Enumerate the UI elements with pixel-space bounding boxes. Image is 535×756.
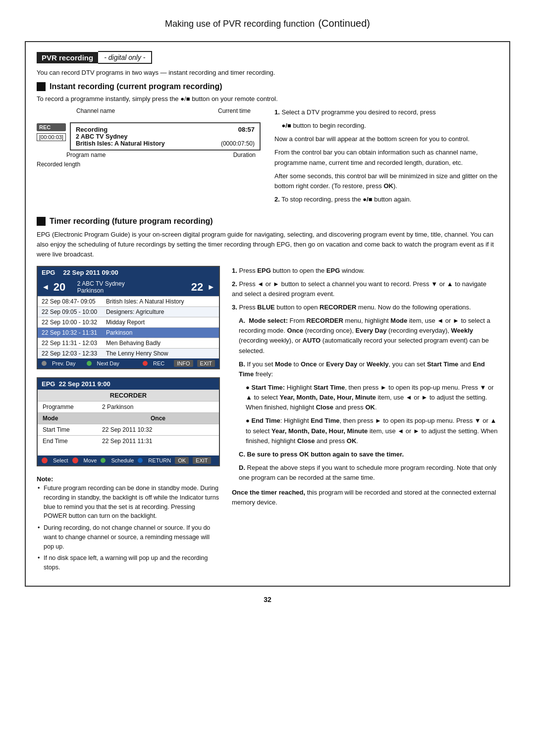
rec-dot [143,361,148,366]
recording-label: Recording [76,126,107,133]
recorder-header: EPG 22 Sep 2011 9:00 [38,378,219,390]
recorder-date: 22 Sep 2011 9:00 [59,380,110,388]
record-btn-symbol: ●/■ [281,122,291,129]
epg-next-arrow[interactable]: ► [207,283,215,292]
instant-recording-label: Instant recording (current program recor… [50,82,222,91]
epg-table: EPG 22 Sep 2011 09:00 ◄ 20 2 ABC TV Sydn… [37,266,220,369]
timer-step-3: 3. Press BLUE button to open RECORDER me… [232,302,498,312]
schedule-dot [101,458,106,463]
timer-description: EPG (Electronic Program Guide) is your o… [37,230,498,259]
recorder-row-programme[interactable]: Programme 2 Parkinson [38,401,219,412]
timer-step-2: 2. Press ◄ or ► button to select a chann… [232,279,498,299]
epg-channel-row: ◄ 20 2 ABC TV Sydney Parkinson 22 ► [38,278,219,296]
pvr-subtitle: - digital only - [98,51,152,64]
prev-day-label[interactable]: Prev. Day [52,360,75,366]
epg-footer: Prev. Day Next Day REC INFO EXIT [38,358,219,368]
epg-time-1: 22 Sep 08:47- 09:05 [42,298,106,305]
epg-prog-6: The Lenny Henry Show [106,350,215,357]
epg-row-1[interactable]: 22 Sep 08:47- 09:05 British Isles: A Nat… [38,296,219,306]
timer-recording-title: Timer recording (future program recordin… [37,217,498,226]
next-day-label[interactable]: Next Day [97,360,119,366]
note-title: Note: [37,474,220,484]
instant-right-col: 1. Select a DTV programme you desired to… [274,107,498,208]
rec-box-row: REC [00:00:03] Recording 08:57 2 ABC TV … [37,122,261,151]
diagram-area: Channel name Current time REC [00:00:03]… [37,107,261,184]
timer-recording-label: Timer recording (future program recordin… [50,217,213,226]
instant-recording-title: Instant recording (current program recor… [37,82,498,91]
timer-bullet-start: ● Start Time: Highlight Start Time, then… [246,383,498,412]
move-dot [72,457,78,463]
page: Making use of PVR recording function (Co… [0,0,535,756]
label-current-time: Current time [218,107,251,114]
footer-schedule: Schedule [111,457,134,463]
exit-button-rec[interactable]: EXIT [193,457,211,464]
select-dot [42,457,48,463]
epg-time-6: 22 Sep 12:03 - 12:33 [42,350,106,357]
epg-row-3[interactable]: 22 Sep 10:00 - 10:32 Midday Report [38,317,219,327]
title-text: Making use of PVR recording function [165,19,315,29]
footer-return: RETURN [148,457,171,463]
recorder-epg-title: EPG [42,380,55,388]
prev-day-dot [42,361,47,366]
content-border: PVR recording - digital only - You can r… [25,41,510,587]
epg-time-3: 22 Sep 10:00 - 10:32 [42,319,106,326]
timer-step-D: D. Repeat the above steps if you want to… [239,463,498,483]
epg-prog-1: British Isles: A Natural History [106,298,215,305]
ok-button[interactable]: OK [175,457,189,464]
recorder-label-end: End Time [43,438,102,445]
rec-main-box: Recording 08:57 2 ABC TV Sydney British … [70,122,261,151]
step-2-num: 2. [274,196,280,203]
epg-prev-arrow[interactable]: ◄ [42,283,50,292]
epg-date: 22 Sep 2011 09:00 [63,269,118,276]
recorder-label-programme: Programme [43,403,102,410]
label-channel-name: Channel name [76,107,115,114]
intro-text: You can record DTV programs in two ways … [37,69,498,76]
recorder-value-start: 22 Sep 2011 10:32 [102,426,214,433]
info-button[interactable]: INFO [174,360,193,367]
epg-row-2[interactable]: 22 Sep 09:05 - 10:00 Designers: Agricult… [38,306,219,317]
epg-time-5: 22 Sep 11:31 - 12:03 [42,340,106,347]
recorder-label-mode: Mode [43,415,102,422]
timer-step-1: 1. Press EPG button to open the EPG wind… [232,266,498,276]
timer-section-icon [37,217,46,226]
epg-channel-name: 2 ABC TV Sydney [77,280,184,287]
bottom-labels-row: Program name Duration [37,151,261,158]
program-name: British Isles: A Natural History [76,140,165,147]
epg-row-6[interactable]: 22 Sep 12:03 - 12:33 The Lenny Henry Sho… [38,348,219,358]
recorder-row-start[interactable]: Start Time 22 Sep 2011 10:32 [38,424,219,435]
duration-label: Duration [233,151,256,158]
pvr-header: PVR recording - digital only - [37,51,498,64]
rec-badge: REC [37,123,66,131]
exit-button[interactable]: EXIT [197,360,215,367]
epg-row-5[interactable]: 22 Sep 11:31 - 12:03 Men Behaving Badly [38,338,219,348]
note-item-2: During recording, do not change channel … [37,523,220,551]
epg-channel-info: 2 ABC TV Sydney Parkinson [77,280,184,294]
step-1-num: 1. [274,108,280,116]
epg-channel-num: 20 [54,281,73,294]
rec-bottom-row: British Isles: A Natural History (0000:0… [76,140,255,147]
time-value: 08:57 [238,126,255,133]
note-item-1: Future program recording can be done in … [37,484,220,521]
epg-row-4-highlighted[interactable]: 22 Sep 10:32 - 11:31 Parkinson [38,327,219,338]
duration-value: (0000:07:50) [221,140,255,147]
next-day-dot [87,361,92,366]
instant-two-col: Channel name Current time REC [00:00:03]… [37,107,498,208]
epg-channel-right: 22 [188,281,203,294]
timer-bullet-end: ● End Time: Highlight End Time, then pre… [246,416,498,446]
recorder-row-end[interactable]: End Time 22 Sep 2011 11:31 [38,435,219,447]
recorder-table: EPG 22 Sep 2011 9:00 RECORDER Programme … [37,377,220,466]
main-title: Making use of PVR recording function (Co… [25,15,510,30]
instant-left-col: Channel name Current time REC [00:00:03]… [37,107,261,208]
footer-move: Move [84,457,97,463]
rec-time-badge: [00:00:03] [37,133,66,141]
recorder-value-mode: Once [102,415,214,422]
recorder-section-title: RECORDER [38,390,219,401]
recorder-row-mode[interactable]: Mode Once [38,412,219,424]
note-section: Note: Future program recording can be do… [37,474,220,572]
section-icon [37,82,46,91]
rec-label: REC [153,360,164,366]
footer-select: Select [53,457,68,463]
instant-description: To record a programme instantly, simply … [37,95,498,102]
epg-prog-5: Men Behaving Badly [106,340,215,347]
recorded-length-label: Recorded length [37,160,261,168]
